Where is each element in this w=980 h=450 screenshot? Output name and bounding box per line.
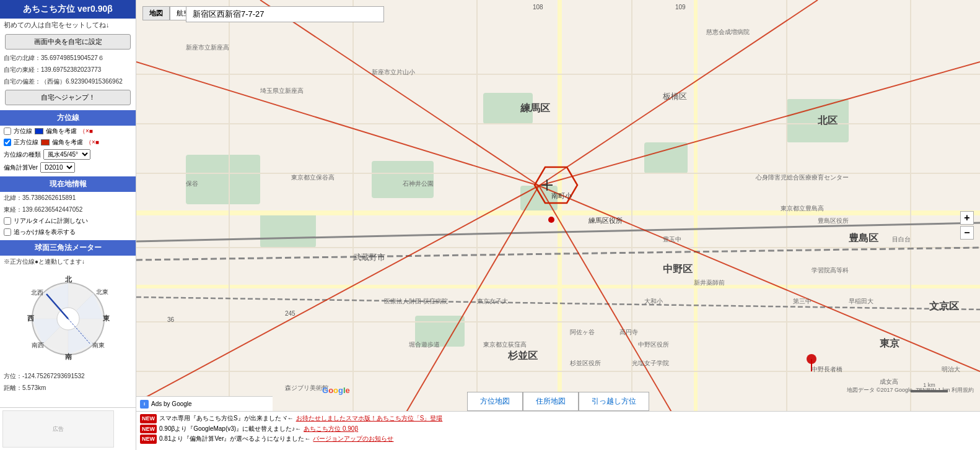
home-lng-info: 自宅の東経：139.69752382023773 [0,64,136,76]
svg-text:中野長者橋: 中野長者橋 [812,366,842,373]
svg-rect-26 [136,285,980,288]
map-tab-addressmap[interactable]: 住所地図 [523,392,579,411]
svg-rect-20 [520,186,558,210]
svg-text:練馬区: 練馬区 [520,103,550,113]
svg-line-49 [539,62,980,186]
svg-text:東京都立豊島高: 東京都立豊島高 [781,205,824,212]
zoom-in-button[interactable]: + [960,211,974,225]
home-dir-info: 自宅の偏差：（西偏）6.923904915366962 [0,76,136,87]
zoom-out-button[interactable]: − [960,226,974,240]
check-mark2: （×■ [85,138,99,147]
home-lat-info: 自宅の北緯：35.69749851904527６ [0,52,136,64]
deviation-calc-row: 偏角計算Ver D2010 D2005 [0,161,136,174]
map-tab-movemap[interactable]: 引っ越し方位 [579,392,649,411]
svg-text:杉並区役所: 杉並区役所 [569,360,601,366]
svg-line-48 [136,62,539,186]
sphere-note: ※正方位線●と連動してます↓ [0,256,136,267]
svg-text:北区: 北区 [817,115,838,126]
set-home-button[interactable]: 画面中央を自宅に設定 [5,34,131,50]
svg-text:光塩女子学院: 光塩女子学院 [632,360,669,366]
realtime-label: リアルタイムに計測しない [14,217,88,225]
svg-text:石神井公園: 石神井公園 [403,180,434,187]
houihen-line1-checkbox[interactable] [4,128,11,135]
direction-value-info: 方位：-124.75267293691532 [0,370,136,382]
check-mark1: （×■ [79,127,93,136]
deviation-label2: 偏角を考慮 [52,138,83,147]
svg-rect-27 [558,0,562,450]
app-subtitle: 初めての人は自宅をセットしてね↓ [0,19,136,32]
deviation-calc-select[interactable]: D2010 D2005 [40,162,75,173]
current-lat-info: 北緯：35.7386262615891 [0,192,136,204]
svg-text:阿佐ヶ谷: 阿佐ヶ谷 [570,329,595,335]
svg-text:高円寺: 高円寺 [619,329,638,335]
svg-text:東京女子大: 東京女子大 [477,298,508,305]
news-link-3[interactable]: バージョンアップのお知らせ [313,435,393,443]
svg-text:中野区役所: 中野区役所 [638,341,669,348]
app-title: あちこち方位 ver0.90β [0,0,136,19]
svg-text:南西: 南西 [32,342,44,348]
svg-marker-52 [535,167,577,203]
line-type-row: 方位線の種類 風水45/45° 8方位 16方位 [0,148,136,161]
svg-text:慈恵会成増病院: 慈恵会成増病院 [706,28,750,35]
zoom-controls: + − [960,211,974,240]
current-lng-info: 東経：139.66236542447052 [0,204,136,215]
svg-rect-24 [415,316,465,347]
news-badge-2: NEW [140,425,157,434]
news-item-1: NEW スマホ専用『あちこち方位S』が出来ましたヾ← お待たせしましたスマホ版！… [140,413,976,424]
svg-text:南: 南 [64,353,71,360]
svg-line-44 [136,186,539,402]
svg-line-43 [136,297,980,309]
news-bar: NEW スマホ専用『あちこち方位S』が出来ましたヾ← お待たせしましたスマホ版！… [136,411,980,450]
news-badge-3: NEW [140,435,157,444]
left-panel: あちこち方位 ver0.90β 初めての人は自宅をセットしてね↓ 画面中央を自宅… [0,0,136,450]
svg-text:北東: 北東 [96,288,108,295]
distance-value-info: 距離：5.573km [0,382,136,394]
deviation-calc-label: 偏角計算Ver [4,163,38,172]
maptype-tab-map[interactable]: 地図 [142,6,170,20]
svg-rect-23 [787,99,849,142]
houihen-line2-checkbox[interactable] [4,139,11,146]
news-badge-1: NEW [140,414,157,423]
houihen-line2-label: 正方位線 [14,138,38,147]
deviation-label1: 偏角を考慮 [46,127,77,136]
svg-text:108: 108 [533,4,543,11]
realtime-row: リアルタイムに計測しない [0,215,136,227]
news-link-1[interactable]: お待たせしましたスマホ版！あちこち方位「S」登場 [296,414,443,423]
svg-text:西: 西 [27,314,34,322]
houihen-line1-label: 方位線 [14,127,32,136]
map-tab-houimap[interactable]: 方位地図 [467,392,523,411]
svg-line-47 [539,0,818,186]
houihen-line2-row: 正方位線 偏角を考慮 （×■ [0,137,136,148]
svg-point-68 [548,217,554,223]
news-item-3: NEW 0.81より『偏角計算Ver』が選べるようになりました← バージョンアッ… [140,434,976,444]
home-jump-button[interactable]: 自宅へジャンプ！ [5,90,131,105]
map-area[interactable]: 練馬区 板橋区 北区 豊島区 中野区 東京 文京区 杉並区 武蔵野市 南町小 練… [136,0,980,450]
ads-label: Ads by Google [151,400,192,407]
svg-text:練馬区役所: 練馬区役所 [588,217,623,224]
ads-bar: i Ads by Google [136,396,273,411]
map-attribution: 地図データ ©2017 Google, ZENRIN 1 km 利用規約 [847,386,974,394]
sphere-section: 球面三角法メーター [0,240,136,256]
news-item-2: NEW 0.90βより『GoogleMap(v3)』に載せ替えました♪← あちこ… [140,424,976,435]
svg-text:東京都立保谷高: 東京都立保谷高 [291,174,335,181]
svg-text:文京区: 文京区 [929,300,959,311]
ads-icon: i [140,400,149,409]
current-info-section: 現在地情報 [0,176,136,192]
news-link-2[interactable]: あちこち方位 0.90β [304,425,358,433]
trail-checkbox[interactable] [4,228,11,236]
svg-text:早稲田大: 早稲田大 [849,298,873,305]
svg-text:板橋区: 板橋区 [662,92,687,101]
svg-text:東京都立荻窪高: 東京都立荻窪高 [483,341,527,348]
houihen-section: 方位線 [0,110,136,126]
svg-text:東: 東 [102,314,110,322]
svg-text:森ジブリ美術館: 森ジブリ美術館 [285,384,328,391]
svg-line-41 [136,223,980,241]
svg-text:新座市立片山小: 新座市立片山小 [372,69,415,76]
svg-text:南町小: 南町小 [551,192,572,199]
realtime-checkbox[interactable] [4,217,11,225]
search-input[interactable] [193,10,366,19]
svg-text:医療法人財団 荻窪病院: 医療法人財団 荻窪病院 [384,298,448,305]
line-type-select[interactable]: 風水45/45° 8方位 16方位 [43,149,90,160]
svg-rect-16 [136,0,980,450]
svg-text:目白台: 目白台 [892,236,911,243]
